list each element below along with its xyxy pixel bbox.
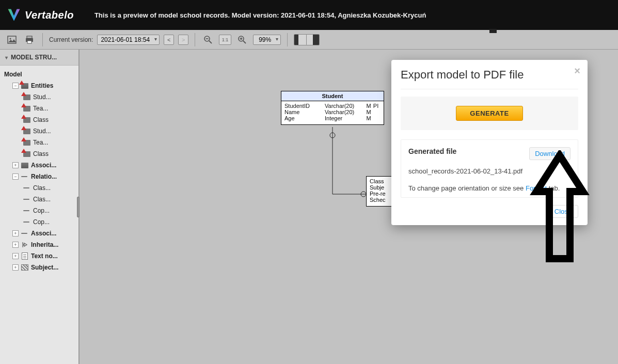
zoom-select[interactable]: 99% — [253, 35, 281, 45]
tree-associations-2[interactable]: +Associ... — [3, 228, 78, 239]
er-col-name: Name — [284, 109, 325, 115]
tree-label: Clas... — [33, 184, 77, 192]
logo-text: Vertabelo — [25, 9, 74, 21]
next-version-button[interactable]: > — [178, 35, 188, 45]
generate-button[interactable]: GENERATE — [456, 106, 522, 121]
tree-entity-item[interactable]: Tea... — [3, 103, 78, 114]
tree-text-notes[interactable]: +Text no... — [3, 250, 78, 262]
tree-label: Class — [33, 150, 77, 157]
view-mode-group — [294, 34, 320, 45]
toolbar-marker — [489, 29, 497, 33]
current-version-select[interactable]: 2021-06-01 18:54 — [97, 35, 160, 45]
print-icon[interactable] — [23, 33, 36, 46]
tree-model-root[interactable]: Model — [3, 69, 78, 80]
er-col-pi — [372, 115, 379, 121]
tree-label: Inherita... — [31, 241, 77, 248]
table-warning-icon — [23, 117, 30, 123]
er-col-pi — [372, 109, 379, 115]
tree-associations[interactable]: +Associ... — [3, 160, 78, 171]
zoom-out-icon[interactable] — [201, 33, 215, 46]
modal-close-x-icon[interactable]: × — [574, 65, 580, 77]
app-header: Vertabelo This is a preview of model sch… — [0, 0, 618, 30]
tree-label: Class — [33, 116, 77, 123]
er-col-name: StudentID — [284, 103, 325, 109]
document-icon — [22, 252, 28, 260]
er-table-body: StudentIDVarchar(20)MPI NameVarchar(20)M… — [281, 101, 384, 124]
current-version-value: 2021-06-01 18:54 — [101, 36, 150, 43]
svg-point-16 — [330, 133, 335, 138]
preview-info-text: This is a preview of model school record… — [94, 11, 426, 19]
er-col-type: Varchar(20) — [325, 103, 365, 109]
svg-line-8 — [209, 41, 212, 43]
modal-close-button[interactable]: Close — [548, 205, 578, 218]
table-warning-icon — [23, 140, 30, 146]
format-tab-link[interactable]: Format — [526, 184, 547, 192]
tree-label: Tea... — [33, 139, 77, 146]
toolbar-separator — [195, 33, 195, 46]
orientation-hint-suffix: tab. — [547, 184, 560, 192]
tree-entity-item[interactable]: Class — [3, 114, 78, 125]
orientation-hint-prefix: To change page orientation or size see — [408, 184, 526, 192]
table-warning-icon — [23, 106, 30, 112]
tree-label: Subject... — [31, 264, 77, 271]
relation-icon — [21, 231, 28, 236]
tree-entity-item[interactable]: Class — [3, 148, 78, 160]
generated-file-box: Generated file Download school_records-2… — [401, 139, 578, 198]
hatch-icon — [21, 264, 28, 271]
zoom-in-icon[interactable] — [235, 33, 249, 46]
zoom-ratio-button[interactable]: 1:1 — [219, 35, 231, 45]
tree-inheritances[interactable]: +Inherita... — [3, 239, 78, 250]
modal-title: Export model to PDF file — [401, 68, 578, 82]
folder-icon — [21, 163, 28, 168]
er-table-title: Student — [281, 91, 384, 101]
relation-icon — [21, 174, 28, 179]
tree-relation-item[interactable]: Clas... — [3, 194, 78, 205]
er-col-type: Varchar(20) — [325, 109, 365, 115]
tree-relation-item[interactable]: Cop... — [3, 205, 78, 216]
tree-label: Cop... — [33, 218, 77, 226]
modal-divider — [401, 89, 578, 89]
svg-marker-1 — [8, 9, 20, 21]
sidebar: MODEL STRU... Model −Entities Stud... Te… — [0, 50, 80, 364]
tree-entity-item[interactable]: Stud... — [3, 125, 78, 137]
tree-label: Text no... — [31, 252, 77, 260]
svg-rect-6 — [27, 41, 31, 43]
view-right-panel-button[interactable] — [307, 35, 319, 45]
er-table-student[interactable]: Student StudentIDVarchar(20)MPI NameVarc… — [281, 91, 384, 125]
tree-relation-item[interactable]: Cop... — [3, 216, 78, 228]
relation-icon — [23, 185, 30, 191]
er-row: AgeIntegerM — [284, 115, 381, 121]
er-col-m: M — [365, 115, 372, 121]
svg-point-17 — [361, 192, 366, 197]
sidebar-header[interactable]: MODEL STRU... — [0, 50, 78, 66]
er-row: StudentIDVarchar(20)MPI — [284, 103, 381, 109]
zoom-value: 99% — [259, 36, 271, 43]
relation-icon — [23, 219, 30, 225]
tree-label: Relatio... — [31, 173, 77, 180]
tree-entity-item[interactable]: Stud... — [3, 91, 78, 103]
image-icon[interactable] — [5, 33, 19, 46]
inherit-icon — [21, 241, 29, 248]
download-button[interactable]: Download — [529, 147, 571, 160]
tree-subject-areas[interactable]: +Subject... — [3, 262, 78, 273]
sidebar-header-label: MODEL STRU... — [11, 54, 57, 61]
tree-relation-item[interactable]: Clas... — [3, 182, 78, 194]
prev-version-button[interactable]: < — [164, 35, 174, 45]
folder-warning-icon — [21, 83, 28, 89]
table-warning-icon — [23, 94, 30, 100]
tree-entities[interactable]: −Entities — [3, 80, 78, 91]
model-tree: Model −Entities Stud... Tea... Class Stu… — [0, 66, 78, 276]
diagram-canvas[interactable]: Student StudentIDVarchar(20)MPI NameVarc… — [80, 50, 618, 364]
table-warning-icon — [23, 129, 30, 134]
tree-entity-item[interactable]: Tea... — [3, 137, 78, 148]
logo[interactable]: Vertabelo — [6, 7, 74, 23]
er-row: NameVarchar(20)M — [284, 109, 381, 115]
er-col-m: M — [365, 109, 372, 115]
generate-area: GENERATE — [401, 97, 578, 130]
tree-relations[interactable]: −Relatio... — [3, 171, 78, 182]
er-col-pi: PI — [372, 103, 379, 109]
tree-label: Tea... — [33, 105, 77, 112]
view-left-panel-button[interactable] — [294, 35, 307, 45]
current-version-label: Current version: — [49, 36, 93, 43]
tree-label: Stud... — [33, 128, 77, 135]
